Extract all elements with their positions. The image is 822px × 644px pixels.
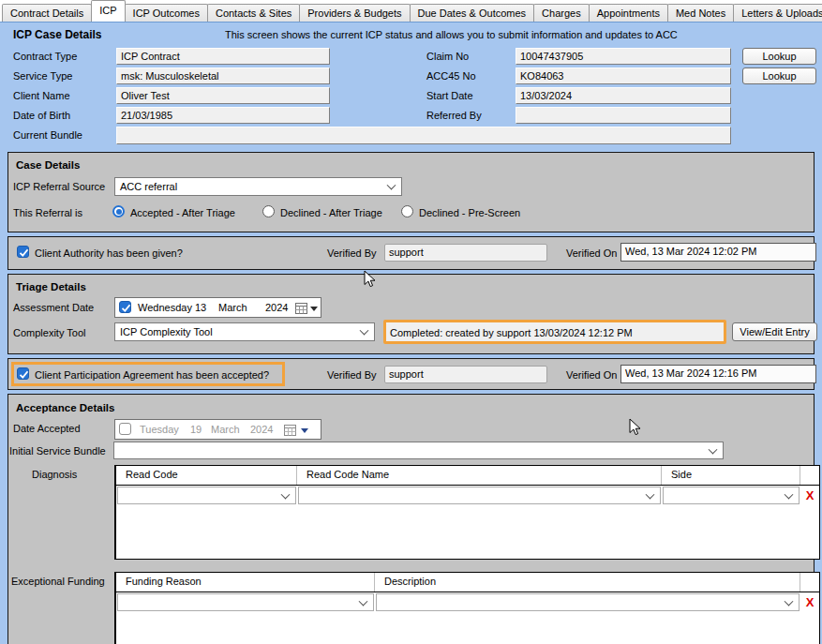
assessment-date-label: Assessment Date xyxy=(13,302,94,313)
referral-source-select[interactable]: ACC referral xyxy=(114,177,402,196)
assessment-date-month: March xyxy=(218,301,247,314)
exceptional-funding-table-header: Funding Reason Description xyxy=(116,573,819,592)
radio-accepted-after-triage-label: Accepted - After Triage xyxy=(130,207,235,218)
date-accepted-checkbox[interactable] xyxy=(119,423,131,435)
assessment-date-checkbox[interactable] xyxy=(119,301,131,313)
diagnosis-table: Read Code Read Code Name Side X xyxy=(114,465,820,560)
radio-declined-after-triage[interactable] xyxy=(262,205,275,217)
chevron-down-icon xyxy=(646,489,655,499)
mouse-cursor xyxy=(629,418,641,436)
diagnosis-label: Diagnosis xyxy=(32,469,77,480)
current-bundle-label: Current Bundle xyxy=(13,129,82,141)
tab-due-dates-outcomes[interactable]: Due Dates & Outcomes xyxy=(410,4,535,22)
mouse-cursor xyxy=(364,270,376,288)
acc45-lookup-button[interactable]: Lookup xyxy=(742,67,816,84)
tab-contract-details[interactable]: Contract Details xyxy=(2,4,92,22)
chevron-down-icon xyxy=(709,444,718,454)
start-date-field[interactable]: 13/03/2024 xyxy=(516,87,731,104)
tab-letters-uploads[interactable]: Letters & Uploads xyxy=(733,4,822,22)
funding-description-select[interactable] xyxy=(376,593,800,611)
page-subtitle: This screen shows the current ICP status… xyxy=(225,29,678,40)
tab-icp[interactable]: ICP xyxy=(91,0,125,22)
date-dropdown-arrow-icon[interactable] xyxy=(301,428,308,433)
calendar-icon xyxy=(284,425,296,436)
tab-med-notes[interactable]: Med Notes xyxy=(667,4,734,22)
date-accepted-month: March xyxy=(211,423,240,436)
authority-verified-on-field[interactable]: Wed, 13 Mar 2024 12:02 PM xyxy=(620,243,816,262)
radio-declined-pre-screen-label: Declined - Pre-Screen xyxy=(419,207,520,218)
delete-row-icon[interactable]: X xyxy=(801,487,818,505)
tab-icp-outcomes[interactable]: ICP Outcomes xyxy=(125,4,208,22)
date-accepted-label: Date Accepted xyxy=(13,423,81,434)
tab-contacts-sites[interactable]: Contacts & Sites xyxy=(207,4,300,22)
participation-verified-on-label: Verified On xyxy=(566,369,617,381)
radio-declined-pre-screen[interactable] xyxy=(401,205,413,217)
participation-verified-by-label: Verified By xyxy=(327,369,377,381)
client-name-label: Client Name xyxy=(13,90,70,101)
referred-by-field[interactable] xyxy=(516,107,731,124)
chevron-down-icon xyxy=(359,596,368,606)
contract-type-field[interactable]: ICP Contract xyxy=(116,48,330,65)
tab-bar: Contract Details ICP ICP Outcomes Contac… xyxy=(0,0,822,22)
chevron-down-icon xyxy=(360,326,369,336)
complexity-status-field[interactable]: Completed: created by support 13/03/2024… xyxy=(383,320,726,344)
view-edit-entry-button[interactable]: View/Edit Entry xyxy=(732,322,817,341)
referral-source-label: ICP Referral Source xyxy=(13,181,105,192)
claim-no-field[interactable]: 10047437905 xyxy=(516,48,731,65)
diagnosis-col-side: Side xyxy=(662,466,800,485)
date-of-birth-label: Date of Birth xyxy=(13,110,70,121)
complexity-tool-value: ICP Complexity Tool xyxy=(120,326,213,337)
initial-service-bundle-label: Initial Service Bundle xyxy=(9,445,106,457)
chevron-down-icon xyxy=(281,489,291,499)
calendar-icon xyxy=(295,303,307,314)
delete-row-icon[interactable]: X xyxy=(801,593,818,612)
initial-service-bundle-select[interactable] xyxy=(113,442,724,459)
participation-verified-by-field[interactable]: support xyxy=(384,366,547,383)
exceptional-funding-row: X xyxy=(116,592,819,613)
diagnosis-read-code-select[interactable] xyxy=(117,487,296,504)
case-details-title: Case Details xyxy=(16,159,80,171)
chevron-down-icon xyxy=(785,489,794,499)
date-accepted-picker[interactable]: Tuesday 19 March 2024 xyxy=(114,419,321,440)
funding-reason-select[interactable] xyxy=(117,593,374,611)
authority-verified-on-label: Verified On xyxy=(566,247,617,259)
tab-charges[interactable]: Charges xyxy=(533,4,590,22)
client-name-field[interactable]: Oliver Test xyxy=(116,87,330,104)
diagnosis-side-select[interactable] xyxy=(663,487,800,504)
date-of-birth-field[interactable]: 21/03/1985 xyxy=(116,107,330,124)
diagnosis-read-code-name-select[interactable] xyxy=(298,487,661,504)
check-icon xyxy=(18,368,30,381)
chevron-down-icon xyxy=(387,181,396,190)
chevron-down-icon xyxy=(785,596,794,606)
claim-lookup-button[interactable]: Lookup xyxy=(742,48,816,65)
tab-providers-budgets[interactable]: Providers & Budgets xyxy=(299,4,410,22)
authority-verified-by-label: Verified By xyxy=(327,247,377,259)
assessment-date-year: 2024 xyxy=(265,301,288,314)
client-authority-label: Client Authority has been given? xyxy=(35,247,183,259)
client-authority-checkbox[interactable] xyxy=(17,246,29,258)
diagnosis-col-read-code-name: Read Code Name xyxy=(297,466,662,485)
date-accepted-daynum: 19 xyxy=(190,423,202,436)
participation-verified-on-field[interactable]: Wed, 13 Mar 2024 12:16 PM xyxy=(620,365,816,383)
acc45-no-field[interactable]: KO84063 xyxy=(516,67,731,84)
complexity-tool-select[interactable]: ICP Complexity Tool xyxy=(114,322,375,341)
current-bundle-field[interactable] xyxy=(116,127,731,144)
funding-col-actions xyxy=(800,573,819,592)
tab-appointments[interactable]: Appointments xyxy=(589,4,668,22)
referral-source-value: ACC referral xyxy=(120,181,177,192)
funding-col-reason: Funding Reason xyxy=(116,573,375,592)
service-type-field[interactable]: msk: Musculoskeletal xyxy=(116,67,330,84)
date-dropdown-arrow-icon[interactable] xyxy=(310,307,318,311)
diagnosis-row: X xyxy=(116,486,819,506)
date-accepted-year: 2024 xyxy=(250,423,273,436)
participation-checkbox[interactable] xyxy=(17,367,29,380)
authority-verified-by-field[interactable]: support xyxy=(384,244,547,262)
diagnosis-table-header: Read Code Read Code Name Side xyxy=(116,466,819,486)
claim-no-label: Claim No xyxy=(426,51,469,62)
diagnosis-col-actions xyxy=(800,466,819,485)
icp-case-details-screen: Contract Details ICP ICP Outcomes Contac… xyxy=(0,0,822,644)
assessment-date-day: Wednesday 13 xyxy=(138,301,206,314)
contract-type-label: Contract Type xyxy=(13,51,77,62)
radio-accepted-after-triage[interactable] xyxy=(112,205,125,217)
assessment-date-picker[interactable]: Wednesday 13 March 2024 xyxy=(114,297,321,318)
